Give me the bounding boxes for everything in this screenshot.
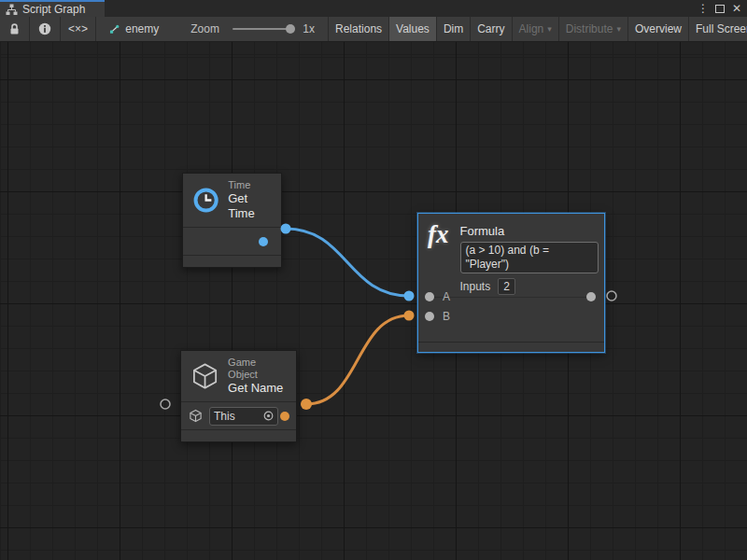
wire-endpoint-dot[interactable] (404, 311, 415, 321)
lock-button[interactable] (0, 17, 30, 41)
node-title: Formula (460, 224, 599, 238)
fullscreen-button[interactable]: Full Screen (689, 17, 747, 41)
wire-endpoint-dot[interactable] (281, 224, 291, 234)
get-time-header: Time Get Time (183, 174, 281, 228)
formula-output-port[interactable] (586, 292, 596, 301)
zoom-slider[interactable] (233, 28, 293, 30)
info-button[interactable] (30, 17, 61, 41)
graph-hierarchy-icon (6, 4, 18, 16)
get-name-body: This (181, 402, 296, 430)
title-bar: Script Graph ⋮ ✕ (0, 0, 747, 17)
distribute-label: Distribute (566, 22, 613, 35)
overview-label: Overview (635, 22, 682, 35)
target-object-value: This (214, 410, 235, 423)
tab-script-graph[interactable]: Script Graph (0, 0, 105, 17)
node-category: Game Object (228, 357, 287, 381)
maximize-icon[interactable] (715, 5, 725, 13)
clock-icon (192, 185, 219, 216)
graph-zoom-section: enemy Zoom 1x (96, 17, 329, 41)
values-button[interactable]: Values (389, 17, 437, 41)
values-label: Values (396, 22, 430, 35)
formula-header: fx Formula (a > 10) and (b = "Player") I… (428, 221, 599, 295)
carry-button[interactable]: Carry (471, 17, 512, 41)
formula-input-port-a[interactable] (425, 292, 434, 301)
dim-button[interactable]: Dim (437, 17, 471, 41)
script-graph-window: Script Graph ⋮ ✕ <×> (0, 0, 747, 560)
formula-expression-input[interactable]: (a > 10) and (b = "Player") (460, 242, 599, 273)
relations-label: Relations (335, 22, 382, 35)
port-a-label: A (443, 290, 450, 303)
formula-output-unconnected-ring[interactable] (607, 291, 616, 301)
zoom-value: 1x (303, 22, 315, 35)
wire-getname-to-formula-b[interactable] (306, 315, 409, 404)
node-title: Get Name (228, 381, 287, 396)
relation-line (434, 297, 591, 298)
node-get-name[interactable]: Game Object Get Name This (180, 350, 297, 442)
node-category: Time (228, 179, 272, 191)
code-view-icon: <×> (68, 22, 88, 35)
inputs-count-field[interactable]: 2 (498, 278, 515, 295)
get-time-footer (183, 256, 281, 267)
wire-endpoint-dot[interactable] (301, 399, 312, 410)
code-view-toggle[interactable]: <×> (61, 17, 96, 41)
dim-label: Dim (444, 22, 463, 35)
game-object-cube-icon (190, 361, 219, 391)
lock-icon (8, 22, 21, 35)
chevron-down-icon: ▾ (616, 24, 621, 34)
overview-button[interactable]: Overview (628, 17, 689, 41)
fullscreen-label: Full Screen (696, 22, 747, 35)
formula-fx-icon: fx (428, 221, 449, 295)
zoom-label: Zoom (190, 22, 219, 35)
zoom-slider-handle[interactable] (286, 24, 295, 34)
connection-wires (0, 42, 747, 560)
port-b-label: B (443, 310, 450, 323)
inputs-label: Inputs (460, 280, 491, 293)
get-name-output-port[interactable] (280, 412, 289, 421)
graph-toolbar: <×> enemy Zoom 1x Relations Values Dim C… (0, 17, 747, 42)
window-controls: ⋮ ✕ (697, 0, 743, 17)
window-menu-icon[interactable]: ⋮ (697, 0, 710, 17)
object-picker-icon[interactable] (263, 411, 274, 421)
close-icon[interactable]: ✕ (730, 0, 743, 17)
carry-label: Carry (477, 22, 504, 35)
formula-footer (418, 342, 604, 352)
wire-gettime-to-formula-a[interactable] (286, 229, 409, 296)
graph-name-label[interactable]: enemy (125, 22, 159, 35)
getname-input-unconnected-ring[interactable] (161, 399, 170, 409)
info-icon (38, 22, 51, 35)
target-object-field[interactable]: This (209, 407, 278, 426)
relations-button[interactable]: Relations (329, 17, 389, 41)
graph-canvas[interactable]: Time Get Time Game Object Get Name (0, 42, 747, 560)
node-get-time[interactable]: Time Get Time (182, 173, 282, 268)
tab-title: Script Graph (22, 3, 85, 16)
get-name-header: Game Object Get Name (181, 351, 296, 402)
node-formula[interactable]: fx Formula (a > 10) and (b = "Player") I… (417, 213, 605, 353)
distribute-dropdown[interactable]: Distribute ▾ (559, 17, 628, 41)
get-name-footer (181, 430, 296, 441)
chevron-down-icon: ▾ (547, 24, 552, 34)
align-dropdown[interactable]: Align ▾ (513, 17, 559, 41)
cube-port-icon (189, 409, 203, 423)
node-title: Get Time (228, 191, 272, 221)
align-label: Align (519, 22, 544, 35)
script-graph-asset-icon (109, 23, 120, 35)
formula-input-port-b[interactable] (425, 312, 434, 321)
wire-endpoint-dot[interactable] (404, 291, 415, 301)
get-time-output-port[interactable] (259, 237, 268, 246)
get-time-body (183, 228, 281, 256)
